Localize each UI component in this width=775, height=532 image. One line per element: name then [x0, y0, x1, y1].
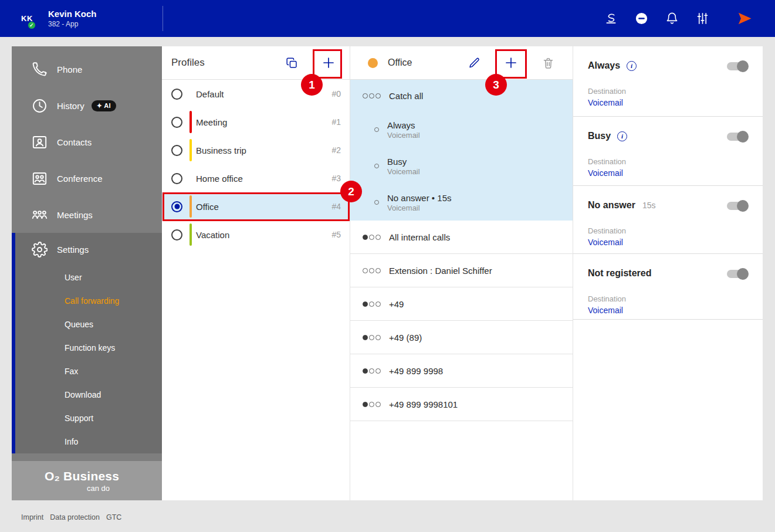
profile-row-business-trip[interactable]: Business trip #2	[162, 136, 350, 164]
catch-all-rule-always[interactable]: Always Voicemail	[350, 111, 573, 148]
sidebar-item-label: History	[57, 101, 84, 111]
profile-name: Meeting	[196, 117, 227, 127]
meetings-people-icon	[32, 207, 48, 223]
no-answer-timeout: 15s	[642, 201, 656, 210]
forwarding-entry-row[interactable]: +49 899 9998101	[350, 388, 573, 421]
rule-circle-icon	[374, 164, 379, 168]
forwarding-entry-row[interactable]: Extension : Daniel Schiffer	[350, 254, 573, 287]
always-toggle[interactable]	[727, 62, 747, 70]
sidebar-subitem-queues[interactable]: Queues	[15, 313, 162, 336]
profile-detail-title: Office	[388, 57, 412, 68]
destination-link[interactable]: Voicemail	[588, 306, 623, 315]
catch-all-section[interactable]: Catch all Always Voicemail Busy Voicemai…	[350, 80, 573, 221]
subitem-label: Fax	[65, 367, 78, 376]
profile-color-bar	[189, 195, 192, 218]
sidebar-subitem-info[interactable]: Info	[15, 430, 162, 453]
add-profile-button[interactable]	[320, 55, 337, 71]
profile-number: #4	[331, 202, 341, 211]
sidebar-subitem-fax[interactable]: Fax	[15, 360, 162, 383]
profile-color-bar	[189, 167, 192, 189]
info-icon[interactable]: i	[627, 61, 637, 71]
state-dots-icon	[363, 268, 381, 273]
forwarding-entry-row[interactable]: +49 899 9998	[350, 354, 573, 388]
imprint-link[interactable]: Imprint	[21, 513, 43, 521]
add-forwarding-entry-button[interactable]	[503, 55, 519, 71]
entry-label: +49	[389, 299, 404, 309]
sidebar-subitem-download[interactable]: Download	[15, 383, 162, 406]
footer-links: Imprint Data protection GTC	[21, 513, 121, 521]
destination-link[interactable]: Voicemail	[588, 168, 623, 178]
forwarding-entry-row[interactable]: +49	[350, 287, 573, 321]
destination-label: Destination	[588, 226, 747, 235]
profile-name: Default	[196, 89, 224, 99]
toggle-knob	[737, 131, 749, 143]
forwarding-entry-row[interactable]: All internal calls	[350, 221, 573, 254]
profile-row-meeting[interactable]: Meeting #1	[162, 108, 350, 136]
profile-radio[interactable]	[171, 229, 182, 240]
profile-number: #0	[331, 89, 341, 99]
profile-radio-selected[interactable]	[171, 201, 182, 212]
forwarding-section-not-registered: Not registered Destination Voicemail	[573, 254, 763, 320]
state-dots-icon	[363, 368, 381, 374]
sidebar-item-phone[interactable]: Phone	[12, 51, 162, 87]
not-registered-toggle[interactable]	[727, 270, 747, 278]
sidebar-item-history[interactable]: History ✦ AI	[12, 87, 162, 124]
sidebar-item-contacts[interactable]: Contacts	[12, 124, 162, 160]
user-name: Kevin Koch	[48, 9, 97, 19]
avatar: KK ✓	[21, 14, 39, 23]
data-protection-link[interactable]: Data protection	[50, 513, 100, 521]
forwarding-title: Busy	[588, 131, 611, 141]
subitem-label: User	[65, 273, 82, 282]
profile-row-office[interactable]: Office #4	[162, 192, 350, 221]
profile-detail-header: Office	[350, 46, 573, 80]
profile-row-home-office[interactable]: Home office #3	[162, 164, 350, 192]
catch-all-label: Catch all	[389, 91, 423, 101]
settings-section: Settings User Call forwarding Queues Fun…	[12, 233, 162, 453]
toggle-knob	[737, 268, 749, 280]
profile-radio[interactable]	[171, 117, 182, 128]
profile-number: #3	[331, 174, 341, 183]
edit-pencil-icon[interactable]	[466, 55, 482, 71]
profile-name: Business trip	[196, 145, 246, 155]
entry-label: All internal calls	[389, 232, 450, 242]
sidebar-item-settings[interactable]: Settings	[15, 233, 162, 266]
user-account-button[interactable]: KK ✓ Kevin Koch 382 - App	[0, 0, 163, 37]
rule-destination: Voicemail	[387, 204, 451, 212]
sidebar-subitem-function-keys[interactable]: Function keys	[15, 336, 162, 360]
sidebar-item-meetings[interactable]: Meetings	[12, 196, 162, 233]
notifications-bell-icon[interactable]	[664, 11, 680, 27]
catch-all-rule-busy[interactable]: Busy Voicemail	[350, 148, 573, 184]
delete-trash-icon[interactable]	[540, 55, 556, 71]
sidebar-item-label: Conference	[57, 174, 103, 184]
sidebar-subitem-call-forwarding[interactable]: Call forwarding	[15, 289, 162, 313]
destination-link[interactable]: Voicemail	[588, 238, 623, 247]
do-not-disturb-icon[interactable]	[633, 11, 649, 27]
main-area: Phone History ✦ AI Contacts Conference	[12, 46, 763, 500]
forwarding-entry-row[interactable]: +49 (89)	[350, 321, 573, 354]
audio-settings-sliders-icon[interactable]	[694, 11, 710, 27]
profile-row-vacation[interactable]: Vacation #5	[162, 221, 350, 249]
catch-all-row[interactable]: Catch all	[350, 80, 573, 111]
forwarding-section-no-answer: No answer 15s Destination Voicemail	[573, 186, 763, 254]
destination-label: Destination	[588, 87, 747, 96]
sidebar-item-conference[interactable]: Conference	[12, 160, 162, 196]
profile-radio[interactable]	[171, 145, 182, 156]
profile-radio[interactable]	[171, 89, 182, 100]
profile-row-default[interactable]: Default #0	[162, 80, 350, 108]
sidebar-subitem-support[interactable]: Support	[15, 406, 162, 430]
info-icon[interactable]: i	[617, 131, 627, 141]
destination-link[interactable]: Voicemail	[588, 98, 623, 107]
forwarding-section-always: Always i Destination Voicemail	[573, 46, 763, 117]
gtc-link[interactable]: GTC	[106, 513, 121, 521]
profile-radio[interactable]	[171, 173, 182, 184]
online-check-icon: ✓	[28, 21, 36, 29]
send-paper-plane-icon[interactable]	[736, 11, 753, 27]
sidebar-item-label: Settings	[57, 245, 89, 255]
call-forwarding-icon[interactable]	[603, 11, 619, 27]
subitem-label: Support	[65, 414, 93, 423]
catch-all-rule-no-answer[interactable]: No answer • 15s Voicemail	[350, 184, 573, 221]
duplicate-profile-icon[interactable]	[283, 55, 300, 71]
busy-toggle[interactable]	[727, 133, 747, 141]
sidebar-subitem-user[interactable]: User	[15, 266, 162, 289]
no-answer-toggle[interactable]	[727, 202, 747, 210]
